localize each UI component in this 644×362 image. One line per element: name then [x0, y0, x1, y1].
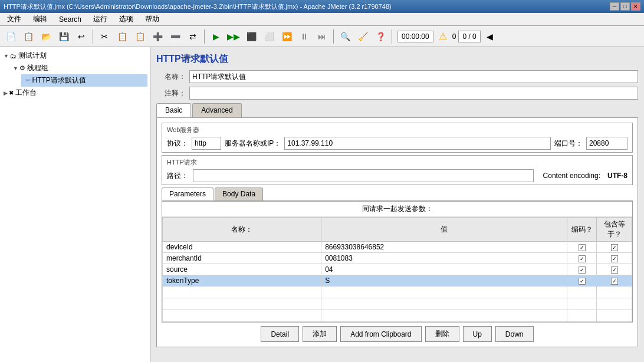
- protocol-input[interactable]: [192, 137, 221, 150]
- toolbar-open[interactable]: 📂: [38, 28, 54, 45]
- include-checkbox: ✓: [611, 244, 618, 251]
- inner-tabs: Parameters Body Data: [162, 187, 633, 201]
- sidebar-item-thread-group[interactable]: ▼ ⚙ 线程组: [12, 62, 147, 74]
- toolbar-scroll[interactable]: ◀: [482, 28, 498, 45]
- expand-icon-test-plan: ▼: [4, 53, 9, 59]
- menu-run[interactable]: 运行: [88, 13, 112, 25]
- ip-input[interactable]: [284, 137, 551, 150]
- params-header: 同请求一起发送参数：: [162, 202, 632, 217]
- toolbar-paste[interactable]: 📋: [132, 28, 148, 45]
- row-include[interactable]: ✓: [597, 264, 632, 275]
- toolbar-remote-shutdown[interactable]: ⏭: [314, 28, 330, 45]
- toolbar-copy[interactable]: 📋: [114, 28, 130, 45]
- row-value: 0081083: [321, 253, 567, 264]
- table-row[interactable]: source 04 ✓ ✓: [163, 264, 632, 275]
- row-include[interactable]: ✓: [597, 242, 632, 253]
- toolbar-clear[interactable]: 🧹: [354, 28, 371, 45]
- name-row: 名称：: [156, 70, 638, 83]
- row-value: S: [321, 275, 567, 287]
- menu-options[interactable]: 选项: [114, 13, 138, 25]
- menu-file[interactable]: 文件: [2, 13, 26, 25]
- encode-checkbox: ✓: [579, 266, 586, 274]
- toolbar-help[interactable]: ❓: [372, 28, 389, 45]
- toolbar-collapse[interactable]: ➖: [167, 28, 183, 45]
- sidebar-item-workbench-label: 工作台: [15, 88, 37, 98]
- tab-advanced[interactable]: Advanced: [192, 103, 241, 117]
- toolbar-start-no-pauses[interactable]: ▶▶: [225, 28, 242, 45]
- menu-edit[interactable]: 编辑: [28, 13, 52, 25]
- toolbar-shutdown[interactable]: ⬜: [261, 28, 277, 45]
- table-row-empty-1: [163, 287, 632, 298]
- params-table-container: 同请求一起发送参数： 名称： 值 编码？ 包含等于？ deviceId: [162, 201, 633, 322]
- table-row[interactable]: tokenType S ✓ ✓: [163, 275, 632, 287]
- toolbar-expand[interactable]: ➕: [149, 28, 166, 45]
- web-server-section: Web服务器 协议： 服务器名称或IP： 端口号：: [162, 123, 633, 153]
- sidebar-item-test-plan[interactable]: ▼ 🗂 测试计划: [2, 50, 147, 62]
- toolbar-save[interactable]: 💾: [55, 28, 72, 45]
- toolbar-search[interactable]: 🔍: [337, 28, 353, 45]
- row-include[interactable]: ✓: [597, 275, 632, 287]
- thread-group-icon: ⚙: [19, 64, 25, 72]
- row-encode[interactable]: ✓: [567, 275, 597, 287]
- include-checkbox: ✓: [611, 266, 618, 274]
- row-name: deviceId: [163, 242, 321, 253]
- encoding-value: UTF-8: [607, 172, 627, 180]
- sidebar-item-http-defaults[interactable]: ✂ HTTP请求默认值: [21, 74, 147, 87]
- toolbar-remote-start[interactable]: ⏩: [278, 28, 295, 45]
- toolbar-revert[interactable]: ↩: [73, 28, 90, 45]
- name-label: 名称：: [156, 72, 186, 82]
- toolbar: 📄 📋 📂 💾 ↩ ✂ 📋 📋 ➕ ➖ ⇄ ▶ ▶▶ ⬛ ⬜ ⏩ ⏸ ⏭ 🔍 🧹…: [0, 26, 644, 47]
- encode-checkbox: ✓: [579, 278, 586, 285]
- http-defaults-icon: ✂: [25, 77, 31, 84]
- down-button[interactable]: Down: [495, 326, 534, 342]
- include-checkbox: ✓: [611, 255, 618, 262]
- expand-icon-workbench: ▶: [4, 90, 8, 96]
- detail-button[interactable]: Detail: [261, 326, 299, 342]
- window-title: HTTP请求默认值.jmx (C:\Users\Administrator\Do…: [4, 2, 610, 11]
- toolbar-something[interactable]: ⇄: [185, 28, 201, 45]
- port-input[interactable]: [586, 137, 627, 150]
- delete-button[interactable]: 删除: [425, 326, 459, 342]
- name-input[interactable]: [189, 70, 638, 83]
- toolbar-warning[interactable]: ⚠: [435, 28, 451, 45]
- table-row[interactable]: merchantId 0081083 ✓ ✓: [163, 253, 632, 264]
- bottom-buttons: Detail 添加 Add from Clipboard 删除 Up Down: [162, 326, 633, 342]
- toolbar-stop[interactable]: ⬛: [243, 28, 259, 45]
- up-button[interactable]: Up: [463, 326, 492, 342]
- content-area: HTTP请求默认值 名称： 注释： Basic Advanced Web服务器 …: [150, 47, 644, 362]
- sidebar: ▼ 🗂 测试计划 ▼ ⚙ 线程组 ✂ HTTP请求默认值 ▶ ✖ 工作台: [0, 47, 150, 362]
- toolbar-timer: 00:00:00: [397, 31, 433, 42]
- row-encode[interactable]: ✓: [567, 264, 597, 275]
- port-label: 端口号：: [554, 139, 583, 149]
- minimize-button[interactable]: ─: [610, 2, 619, 11]
- sidebar-item-http-defaults-label: HTTP请求默认值: [32, 75, 86, 85]
- inner-tab-body-data[interactable]: Body Data: [215, 187, 263, 200]
- comment-row: 注释：: [156, 87, 638, 100]
- sidebar-item-workbench[interactable]: ▶ ✖ 工作台: [2, 87, 147, 99]
- menu-search[interactable]: Search: [54, 14, 86, 25]
- http-request-title: HTTP请求: [167, 158, 627, 167]
- row-encode[interactable]: ✓: [567, 242, 597, 253]
- comment-input[interactable]: [189, 87, 638, 100]
- toolbar-new[interactable]: 📄: [2, 28, 19, 45]
- maximize-button[interactable]: □: [620, 2, 630, 11]
- tab-basic[interactable]: Basic: [156, 103, 191, 117]
- row-include[interactable]: ✓: [597, 253, 632, 264]
- toolbar-open-templates[interactable]: 📋: [20, 28, 37, 45]
- add-from-clipboard-button[interactable]: Add from Clipboard: [340, 326, 421, 342]
- toolbar-sep-4: [392, 29, 392, 44]
- path-input[interactable]: [193, 169, 534, 182]
- toolbar-remote-stop[interactable]: ⏸: [296, 28, 313, 45]
- menu-bar: 文件 编辑 Search 运行 选项 帮助: [0, 13, 644, 26]
- close-button[interactable]: ✕: [631, 2, 640, 11]
- inner-tab-parameters[interactable]: Parameters: [162, 187, 213, 200]
- table-header-row: 名称： 值 编码？ 包含等于？: [163, 218, 632, 242]
- sidebar-item-thread-group-label: 线程组: [27, 63, 48, 73]
- row-encode[interactable]: ✓: [567, 253, 597, 264]
- table-row[interactable]: deviceId 866933038646852 ✓ ✓: [163, 242, 632, 253]
- toolbar-cut[interactable]: ✂: [96, 28, 113, 45]
- menu-help[interactable]: 帮助: [140, 13, 164, 25]
- ip-label: 服务器名称或IP：: [225, 139, 281, 149]
- toolbar-start[interactable]: ▶: [208, 28, 224, 45]
- add-button[interactable]: 添加: [303, 326, 337, 342]
